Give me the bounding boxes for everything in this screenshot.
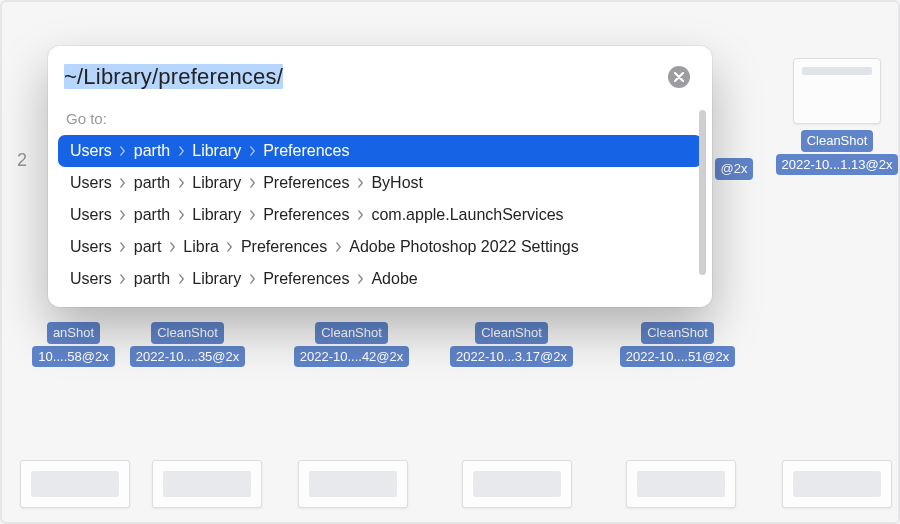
goto-body: Go to: UsersparthLibraryPreferencesUsers…: [48, 100, 712, 307]
suggestions-list: UsersparthLibraryPreferencesUsersparthLi…: [52, 135, 708, 295]
path-segment: Library: [190, 206, 243, 224]
close-icon: [674, 72, 684, 82]
chevron-right-icon: [331, 242, 345, 252]
chevron-right-icon: [353, 274, 367, 284]
goto-folder-dialog: ~/Library/preferences/ Go to: Usersparth…: [48, 46, 712, 307]
chevron-right-icon: [353, 178, 367, 188]
path-segment: Users: [68, 142, 114, 160]
path-segment: Preferences: [261, 206, 351, 224]
path-segment: Users: [68, 270, 114, 288]
suggestion-row[interactable]: UsersparthLibraryPreferencesByHost: [58, 167, 702, 199]
chevron-right-icon: [223, 242, 237, 252]
path-segment: Preferences: [261, 174, 351, 192]
suggestion-row[interactable]: UsersparthLibraryPreferencesAdobe: [58, 263, 702, 295]
chevron-right-icon: [174, 274, 188, 284]
path-segment: Library: [190, 174, 243, 192]
dialog-scrollbar[interactable]: [699, 110, 706, 275]
path-segment: Adobe: [369, 270, 419, 288]
path-segment: parth: [132, 174, 172, 192]
chevron-right-icon: [245, 146, 259, 156]
path-segment: Preferences: [261, 270, 351, 288]
suggestion-row[interactable]: UsersparthLibraryPreferences: [58, 135, 702, 167]
path-segment: part: [132, 238, 164, 256]
path-segment: Library: [190, 142, 243, 160]
chevron-right-icon: [116, 210, 130, 220]
chevron-right-icon: [174, 146, 188, 156]
chevron-right-icon: [245, 178, 259, 188]
path-segment: Libra: [181, 238, 221, 256]
goto-input-row: ~/Library/preferences/: [48, 46, 712, 100]
path-segment: Preferences: [239, 238, 329, 256]
suggestion-row[interactable]: UsersparthLibraryPreferencescom.apple.La…: [58, 199, 702, 231]
goto-path-input[interactable]: ~/Library/preferences/: [64, 64, 656, 90]
chevron-right-icon: [245, 210, 259, 220]
goto-section-label: Go to:: [52, 104, 708, 135]
chevron-right-icon: [116, 274, 130, 284]
chevron-right-icon: [116, 178, 130, 188]
path-segment: Preferences: [261, 142, 351, 160]
path-segment: ByHost: [369, 174, 425, 192]
chevron-right-icon: [116, 146, 130, 156]
suggestion-row[interactable]: UserspartLibraPreferencesAdobe Photoshop…: [58, 231, 702, 263]
chevron-right-icon: [174, 210, 188, 220]
path-segment: com.apple.LaunchServices: [369, 206, 565, 224]
chevron-right-icon: [245, 274, 259, 284]
chevron-right-icon: [174, 178, 188, 188]
path-segment: Users: [68, 238, 114, 256]
path-segment: Users: [68, 174, 114, 192]
path-segment: Users: [68, 206, 114, 224]
clear-input-button[interactable]: [668, 66, 690, 88]
chevron-right-icon: [353, 210, 367, 220]
path-segment: Adobe Photoshop 2022 Settings: [347, 238, 581, 256]
path-segment: parth: [132, 142, 172, 160]
chevron-right-icon: [165, 242, 179, 252]
path-segment: parth: [132, 206, 172, 224]
chevron-right-icon: [116, 242, 130, 252]
path-segment: parth: [132, 270, 172, 288]
path-segment: Library: [190, 270, 243, 288]
